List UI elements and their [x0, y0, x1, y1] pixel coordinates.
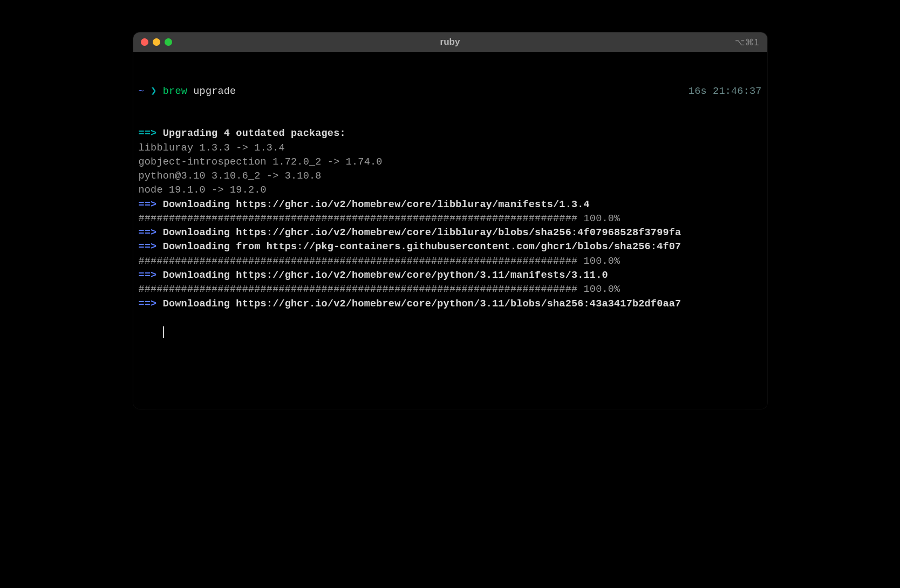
output-line: ==> Upgrading 4 outdated packages:: [139, 127, 762, 141]
arrow-indicator: ==>: [139, 199, 157, 210]
output-line: ########################################…: [139, 283, 762, 297]
output-line: ########################################…: [139, 212, 762, 226]
output-line: python@3.10 3.10.6_2 -> 3.10.8: [139, 169, 762, 183]
output-line: ==> Downloading https://ghcr.io/v2/homeb…: [139, 226, 762, 240]
arrow-indicator: ==>: [139, 241, 157, 252]
output-line: ==> Downloading https://ghcr.io/v2/homeb…: [139, 297, 762, 311]
output-line: ==> Downloading https://ghcr.io/v2/homeb…: [139, 269, 762, 283]
output-line: node 19.1.0 -> 19.2.0: [139, 183, 762, 197]
prompt-line: ~ ❯ brew upgrade 16s 21:46:37: [139, 85, 762, 99]
output-text: Downloading https://ghcr.io/v2/homebrew/…: [156, 227, 681, 238]
output-line: ==> Downloading from https://pkg-contain…: [139, 240, 762, 254]
prompt-chevron: ❯: [151, 86, 156, 97]
arrow-indicator: ==>: [139, 298, 157, 310]
output-line: libbluray 1.3.3 -> 1.3.4: [139, 141, 762, 155]
traffic-lights: [141, 38, 172, 46]
prompt-cwd: ~: [139, 86, 145, 97]
output-line: gobject-introspection 1.72.0_2 -> 1.74.0: [139, 155, 762, 169]
shortcut-hint: ⌥⌘1: [735, 37, 760, 47]
terminal-output: ==> Upgrading 4 outdated packages:libblu…: [139, 127, 762, 311]
cursor: [163, 326, 164, 338]
output-text: Downloading from https://pkg-containers.…: [156, 241, 681, 252]
output-line: ==> Downloading https://ghcr.io/v2/homeb…: [139, 198, 762, 212]
terminal-content[interactable]: ~ ❯ brew upgrade 16s 21:46:37 ==> Upgrad…: [133, 52, 767, 409]
terminal-window: ruby ⌥⌘1 ~ ❯ brew upgrade 16s 21:46:37 =…: [133, 32, 767, 409]
output-text: Downloading https://ghcr.io/v2/homebrew/…: [156, 199, 589, 210]
title-bar: ruby ⌥⌘1: [133, 32, 767, 52]
close-button[interactable]: [141, 38, 148, 46]
arrow-indicator: ==>: [139, 227, 157, 238]
prompt-timestamp: 16s 21:46:37: [688, 85, 762, 99]
prompt-args: upgrade: [193, 86, 236, 97]
arrow-indicator: ==>: [139, 128, 157, 139]
maximize-button[interactable]: [165, 38, 172, 46]
arrow-indicator: ==>: [139, 270, 157, 281]
output-line: ########################################…: [139, 255, 762, 269]
output-text: Downloading https://ghcr.io/v2/homebrew/…: [156, 298, 681, 310]
output-text: Downloading https://ghcr.io/v2/homebrew/…: [156, 270, 608, 281]
window-title: ruby: [440, 37, 460, 47]
output-text: Upgrading 4 outdated packages:: [156, 128, 345, 139]
prompt-command: brew: [163, 86, 187, 97]
minimize-button[interactable]: [153, 38, 160, 46]
